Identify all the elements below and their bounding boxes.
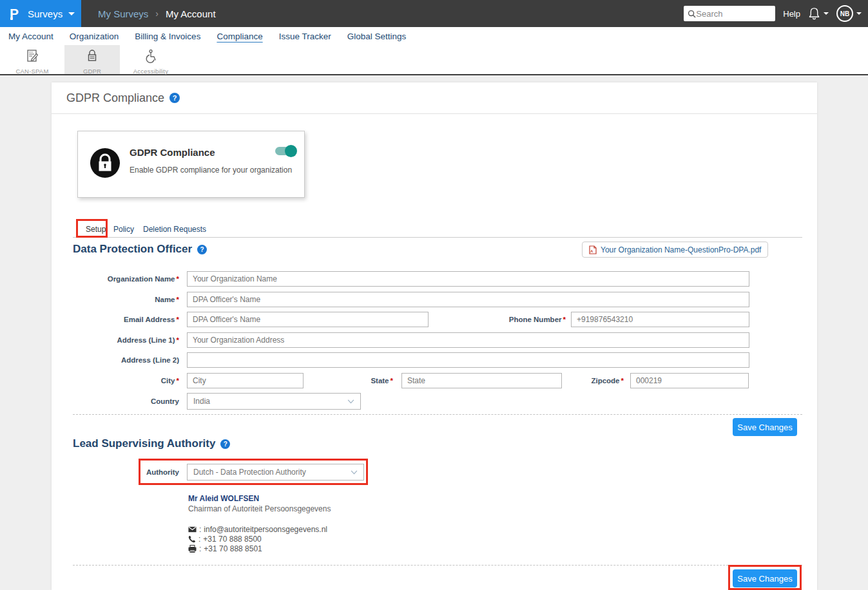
card-title: GDPR Compliance bbox=[130, 147, 215, 158]
phone-icon bbox=[188, 535, 196, 543]
help-link[interactable]: Help bbox=[783, 9, 800, 19]
tab-accessibility[interactable]: Accessibility bbox=[120, 45, 182, 74]
fax-icon bbox=[188, 545, 197, 553]
search-input[interactable] bbox=[696, 9, 767, 19]
separator: : bbox=[199, 525, 201, 534]
tab-can-spam[interactable]: CAN-SPAM bbox=[0, 45, 64, 74]
label-email-address: Email Address* bbox=[73, 312, 179, 327]
envelope-icon bbox=[188, 526, 197, 533]
separator: : bbox=[198, 535, 200, 544]
product-name: Surveys bbox=[28, 8, 63, 19]
nav-organization[interactable]: Organization bbox=[70, 32, 119, 41]
tab-setup[interactable]: Setup bbox=[81, 223, 111, 236]
gdpr-toggle[interactable] bbox=[275, 147, 296, 155]
dpo-heading: Data Protection Officer bbox=[73, 243, 192, 256]
state-input[interactable] bbox=[401, 373, 562, 388]
label-city: City* bbox=[73, 373, 179, 388]
authority-contact-name: Mr Aleid WOLFSEN bbox=[188, 494, 259, 503]
tab-gdpr[interactable]: GDPR bbox=[64, 45, 120, 74]
phone-number-input[interactable] bbox=[571, 312, 749, 327]
tab-divider bbox=[73, 237, 802, 238]
card-subtitle: Enable GDPR compliance for your organiza… bbox=[130, 166, 292, 175]
dpa-pdf-button[interactable]: A Your Organization Name-QuestionPro-DPA… bbox=[582, 242, 768, 258]
chevron-down-icon bbox=[351, 470, 358, 475]
chevron-down-icon bbox=[347, 399, 354, 404]
gdpr-compliance-panel: GDPR Compliance ? GDPR Compliance Enable… bbox=[52, 82, 817, 590]
chevron-down-icon bbox=[856, 12, 862, 15]
address-line2-input[interactable] bbox=[187, 352, 749, 368]
bell-icon bbox=[808, 7, 820, 20]
help-icon[interactable]: ? bbox=[169, 93, 180, 103]
product-switcher[interactable]: P Surveys bbox=[0, 0, 81, 27]
city-input[interactable] bbox=[187, 373, 304, 388]
divider bbox=[52, 113, 817, 114]
compliance-tabs: CAN-SPAM GDPR Accessibility bbox=[0, 45, 868, 75]
breadcrumb-my-surveys[interactable]: My Surveys bbox=[98, 8, 148, 19]
nav-issue-tracker[interactable]: Issue Tracker bbox=[279, 32, 331, 41]
label-state: State* bbox=[329, 373, 393, 388]
account-nav: My Account Organization Billing & Invoic… bbox=[0, 27, 868, 45]
label-address-line2: Address (Line 2) bbox=[73, 352, 179, 368]
label-organization-name: Organization Name* bbox=[73, 271, 179, 287]
dashed-divider bbox=[73, 565, 802, 566]
tab-label: Accessibility bbox=[120, 68, 182, 75]
svg-text:A: A bbox=[590, 249, 593, 252]
authority-contact-fax: +31 70 888 8501 bbox=[204, 544, 262, 553]
search-icon bbox=[688, 10, 696, 18]
pdf-file-icon: A bbox=[589, 245, 597, 254]
country-select[interactable]: India bbox=[187, 393, 361, 410]
avatar: NB bbox=[836, 5, 853, 22]
lsa-save-changes-button[interactable]: Save Changes bbox=[733, 569, 797, 587]
nav-compliance[interactable]: Compliance bbox=[217, 32, 262, 41]
label-authority: Authority bbox=[73, 464, 179, 481]
account-menu[interactable]: NB bbox=[836, 5, 862, 22]
chevron-down-icon bbox=[824, 12, 829, 15]
address-line1-input[interactable] bbox=[187, 332, 749, 348]
breadcrumb-separator-icon: › bbox=[155, 8, 159, 19]
lock-icon bbox=[84, 48, 100, 64]
document-edit-icon bbox=[24, 48, 40, 64]
breadcrumb-current: My Account bbox=[166, 8, 216, 19]
dashed-divider bbox=[73, 414, 802, 415]
nav-global-settings[interactable]: Global Settings bbox=[347, 32, 407, 41]
lsa-heading: Lead Supervising Authority bbox=[73, 437, 215, 450]
notifications-menu[interactable] bbox=[808, 7, 829, 20]
label-phone-number: Phone Number* bbox=[438, 312, 566, 327]
lock-badge-icon bbox=[89, 147, 121, 179]
label-country: Country bbox=[73, 393, 179, 410]
authority-contact-email-row: : info@autoriteitpersoonsgegevens.nl bbox=[188, 525, 327, 534]
screen: P Surveys My Surveys › My Account Help N… bbox=[0, 0, 868, 590]
help-icon[interactable]: ? bbox=[220, 439, 230, 449]
email-address-input[interactable] bbox=[187, 312, 429, 327]
search-box[interactable] bbox=[684, 6, 775, 21]
page-title: GDPR Compliance bbox=[66, 91, 164, 105]
gdpr-toggle-card: GDPR Compliance Enable GDPR compliance f… bbox=[77, 131, 305, 198]
separator: : bbox=[199, 544, 201, 553]
tab-deletion-requests[interactable]: Deletion Requests bbox=[143, 225, 206, 234]
questionpro-logo-icon: P bbox=[10, 6, 19, 21]
dpa-name-input[interactable] bbox=[187, 292, 749, 307]
authority-contact-title: Chairman of Autoriteit Persoonsgegevens bbox=[188, 504, 331, 513]
top-navbar: P Surveys My Surveys › My Account Help N… bbox=[0, 0, 868, 27]
topbar-actions: Help NB bbox=[684, 0, 862, 27]
authority-contact-phone-row: : +31 70 888 8500 bbox=[188, 535, 262, 544]
chevron-down-icon bbox=[68, 12, 75, 15]
authority-select[interactable]: Dutch - Data Protection Authority bbox=[187, 464, 364, 481]
authority-contact-fax-row: : +31 70 888 8501 bbox=[188, 544, 262, 553]
zipcode-input[interactable] bbox=[630, 373, 749, 388]
authority-contact-phone: +31 70 888 8500 bbox=[203, 535, 261, 544]
tab-policy[interactable]: Policy bbox=[113, 225, 134, 234]
breadcrumb: My Surveys › My Account bbox=[98, 0, 216, 27]
nav-billing-invoices[interactable]: Billing & Invoices bbox=[135, 32, 200, 41]
toggle-knob bbox=[285, 145, 297, 157]
label-zipcode: Zipcode* bbox=[559, 373, 624, 388]
help-icon[interactable]: ? bbox=[197, 245, 207, 254]
tab-label: GDPR bbox=[64, 68, 120, 75]
tab-label: CAN-SPAM bbox=[0, 68, 64, 75]
label-address-line1: Address (Line 1)* bbox=[73, 332, 179, 348]
authority-select-value: Dutch - Data Protection Authority bbox=[193, 468, 306, 477]
organization-name-input[interactable] bbox=[187, 271, 749, 287]
dpo-save-changes-button[interactable]: Save Changes bbox=[733, 418, 797, 436]
country-select-value: India bbox=[193, 397, 210, 406]
nav-my-account[interactable]: My Account bbox=[8, 32, 53, 41]
